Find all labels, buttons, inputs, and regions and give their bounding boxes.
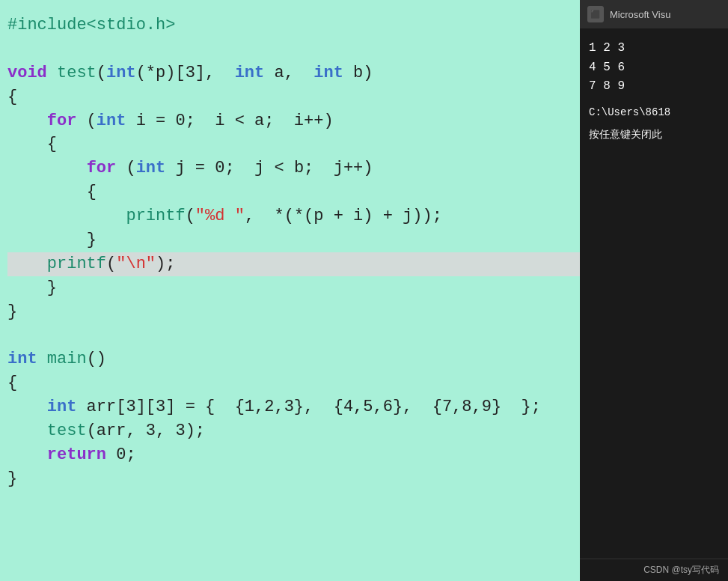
code-line: } [7,467,580,491]
code-line: for (int i = 0; i < a; i++) [7,109,580,133]
code-line: { [7,85,580,109]
terminal-output-line: 4 5 6 [589,58,719,78]
code-line: { [7,180,580,204]
code-line: return 0; [7,443,580,467]
terminal-panel: ⬛ Microsoft Visu 1 2 34 5 67 8 9 C:\User… [580,0,728,581]
terminal-footer: CSDN @tsy写代码 [580,559,728,581]
code-line: { [7,133,580,156]
code-line: printf("%d ", *(*(p + i) + j)); [7,204,580,228]
terminal-body: 1 2 34 5 67 8 9 C:\Users\8618 按任意键关闭此 [580,28,728,559]
code-line: test(arr, 3, 3); [7,419,580,443]
code-line: #include<stdio.h> [7,13,580,37]
terminal-icon: ⬛ [587,6,604,22]
terminal-output-line: 7 8 9 [589,77,719,97]
code-panel: #include<stdio.h> void test(int(*p)[3], … [0,0,580,581]
code-line [7,37,580,61]
code-line: int arr[3][3] = { {1,2,3}, {4,5,6}, {7,8… [7,395,580,419]
code-line: { [7,371,580,395]
terminal-path: C:\Users\8618 [589,104,719,121]
code-line: printf("\n"); [7,252,580,276]
code-line: int main() [7,347,580,371]
code-line: void test(int(*p)[3], int a, int b) [7,61,580,85]
code-line: } [7,228,580,252]
code-line: } [7,300,580,324]
terminal-close-hint: 按任意键关闭此 [589,127,719,143]
terminal-title-bar: ⬛ Microsoft Visu [580,0,728,28]
terminal-output-line: 1 2 3 [589,39,719,58]
code-line: for (int j = 0; j < b; j++) [7,156,580,180]
code-line [7,324,580,348]
code-line: } [7,276,580,300]
terminal-title: Microsoft Visu [610,9,670,20]
